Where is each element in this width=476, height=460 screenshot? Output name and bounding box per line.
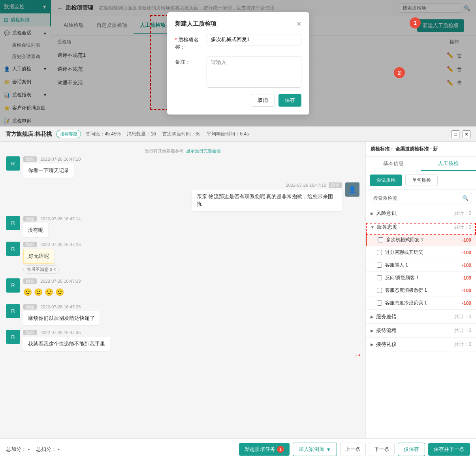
qc-item-checkbox[interactable] [377,250,382,255]
avg-response: 平均响应时间：6.4s [207,131,249,137]
qc-category-header-service[interactable]: ▼ 服务态度 共计：0 [366,220,476,234]
qc-category-header-error[interactable]: ▶ 服务差错 共计：0 [366,310,476,323]
prev-button[interactable]: 上一条 [340,443,366,456]
msg-content: 隐名 2022-07-26 16:47:16 好无语呢 售后不满意 0 × [23,242,81,274]
close-button[interactable]: ✕ [463,130,470,138]
qc-header: 质检标准： 全渠道质检标准 - 新 [366,142,476,157]
avatar: R [6,156,20,171]
show-full-conversation-link[interactable]: 显示当日完整会话 [186,148,221,154]
qc-item-checkbox[interactable] [378,237,383,242]
toolbar-right: 发起质培任务 1 加入案例库 ▼ 上一条 下一条 仅保存 保存并下一条 [239,443,470,456]
tab-basic-info[interactable]: 基本信息 [366,157,421,171]
avatar: R [6,278,20,293]
msg-time: 2022-07-26 16:47:10 隐名 [192,182,342,188]
add-case-button[interactable]: 加入案例库 ▼ [293,443,337,456]
tab-manual-quality[interactable]: 人工质检 [421,157,476,171]
sub-tab-conversation[interactable]: 会话质检 [370,175,402,186]
qc-item: 过分闲聊或开玩笑 -100 [366,246,476,259]
msg-bubble-highlight: 好无语呢 [23,249,54,264]
msg-content: 隐名 2022-07-26 16:47:10 你看一下聊天记录 [23,156,81,178]
msg-bubble: 没有呢 [23,223,48,237]
message-row: R 隐名 2022-07-26 16:47:14 没有呢 [6,216,359,237]
qc-item-checkbox[interactable] [377,300,382,306]
modal-title: 新建人工质检项 [175,20,216,28]
arrow-indicator: → [354,350,362,360]
qc-search-input[interactable] [370,193,459,203]
qc-item-highlighted: 多次机械式回复 1 -100 [366,234,476,246]
cancel-button[interactable]: 取消 [251,94,275,107]
annotation-2: 2 [394,67,405,78]
msg-time: 隐名 2022-07-26 16:47:35 [23,330,110,336]
msg-count: 消息数量：16 [127,131,156,137]
qc-category-header-risk[interactable]: ▶ 风险意识 共计：0 [366,207,476,220]
qc-category-service-error: ▶ 服务差错 共计：0 [366,310,476,324]
minimize-button[interactable]: □ [452,130,459,138]
qc-category-header-etiquette[interactable]: ▶ 接待礼仪 共计：0 [366,338,476,351]
note-textarea[interactable] [207,56,301,88]
bottom-toolbar: 总加分： - 总扣分： - 发起质培任务 1 加入案例库 ▼ 上一条 下一条 仅… [0,438,476,460]
qc-category-header-process[interactable]: ▶ 接待流程 共计：0 [366,324,476,337]
dropdown-icon: ▼ [326,447,331,452]
msg-content: 2022-07-26 16:47:10 隐名 亲亲 物流那边是否有联系您呢 真的… [192,182,342,211]
msg-time: 隐名 2022-07-26 16:47:16 [23,242,81,248]
qc-item-checkbox[interactable] [377,275,382,280]
avatar: 👤 [345,182,359,197]
message-row: R 隐名 2022-07-26 16:47:19 🙂 🙂 🙂 🙂 [6,278,359,299]
qc-item: 客服骂人 1 -100 [366,259,476,272]
chat-stats: 答问比：45.45% 消息数量：16 首次响应时间：6s 平均响应时间：6.4s [86,131,249,137]
arrow-right-icon: → [354,350,362,360]
avatar: R [6,304,20,318]
qc-category-service-attitude: ▼ 服务态度 共计：0 多次机械式回复 1 -100 过分闲聊或开玩笑 -100 [366,220,476,310]
save-next-button[interactable]: 保存并下一条 [428,443,470,456]
modal-overlay: 新建人工质检项 ✕ 质检项名称： 备注： 取消 保存 [0,0,476,126]
qc-item: 客服态度冷漠讥讽 1 -100 [366,297,476,310]
qc-category-reception-etiquette: ▶ 接待礼仪 共计：0 [366,338,476,351]
qc-panel: 质检标准： 全渠道质检标准 - 新 基本信息 人工质检 会话质检 单句质检 🔍 … [365,142,476,438]
answer-rate: 答问比：45.45% [86,131,121,137]
message-row: 👤 2022-07-26 16:47:10 隐名 亲亲 物流那边是否有联系您呢 … [6,182,359,211]
qc-sub-tabs: 会话质检 单句质检 [366,171,476,190]
qc-categories: ▶ 风险意识 共计：0 ▼ 服务态度 共计：0 多次机械式回复 [366,207,476,438]
new-quality-modal: 新建人工质检项 ✕ 质检项名称： 备注： 取消 保存 [167,12,309,115]
expand-arrow-icon: ▶ [371,342,374,347]
msg-content: 隐名 2022-07-26 16:47:35 我就看我这个快递能不能到我手里 [23,330,110,351]
task-badge: 1 [277,446,284,453]
msg-time: 隐名 2022-07-26 16:47:10 [23,156,81,162]
launch-task-button[interactable]: 发起质培任务 1 [239,443,290,456]
msg-content: 隐名 2022-07-26 16:47:26 麻烦你们以后别发韵达快递了 [23,304,100,325]
msg-time: 隐名 2022-07-26 16:47:26 [23,304,100,310]
avatar: R [6,330,20,344]
avatar: R [6,216,20,230]
annotation-1: 1 [410,17,421,28]
total-score-label: 总加分： - [6,446,30,453]
tag-badge[interactable]: 售后不满意 0 × [23,265,60,274]
form-row-name: 质检项名称： [175,34,301,51]
quality-name-input[interactable] [207,34,301,45]
shop-name: 官方旗舰店:棉花桃 [6,131,52,138]
qc-item-checkbox[interactable] [377,263,382,268]
message-row: R 隐名 2022-07-26 16:47:26 麻烦你们以后别发韵达快递了 [6,304,359,325]
message-row: R 隐名 2022-07-26 16:47:10 你看一下聊天记录 [6,156,359,178]
status-badge[interactable]: 接待客服 [56,130,81,138]
qc-search-icon[interactable]: 🔍 [459,193,472,203]
next-button[interactable]: 下一条 [369,443,395,456]
svg-text:👤: 👤 [348,186,356,193]
msg-bubble-emoji: 🙂 🙂 🙂 🙂 [23,285,64,299]
msg-bubble: 亲亲 物流那边是否有联系您呢 真的是非常抱歉，给您带来困扰 [192,190,342,211]
qc-category-reception-process: ▶ 接待流程 共计：0 [366,324,476,338]
bottom-section: 官方旗舰店:棉花桃 接待客服 答问比：45.45% 消息数量：16 首次响应时间… [0,126,476,460]
qc-category-risk: ▶ 风险意识 共计：0 [366,207,476,220]
qc-item: 客服态度消极敷衍 1 -100 [366,284,476,297]
sub-tab-sentence[interactable]: 单句质检 [405,175,438,186]
message-row: R 隐名 2022-07-26 16:47:35 我就看我这个快递能不能到我手里 [6,330,359,351]
chat-messages: 当日有其他客服参与 显示当日完整会话 R 隐名 2022-07-26 16:47… [0,142,365,438]
chat-body: 当日有其他客服参与 显示当日完整会话 R 隐名 2022-07-26 16:47… [0,142,476,438]
save-button[interactable]: 保存 [278,94,301,107]
modal-close-button[interactable]: ✕ [296,20,301,28]
form-label-note: 备注： [175,56,207,66]
qc-item-checkbox[interactable] [377,288,382,293]
save-only-button[interactable]: 仅保存 [398,443,425,456]
chat-window-controls: □ ✕ [452,130,470,138]
msg-content: 隐名 2022-07-26 16:47:14 没有呢 [23,216,81,237]
qc-item: 反问/质疑顾客 1 -100 [366,272,476,284]
